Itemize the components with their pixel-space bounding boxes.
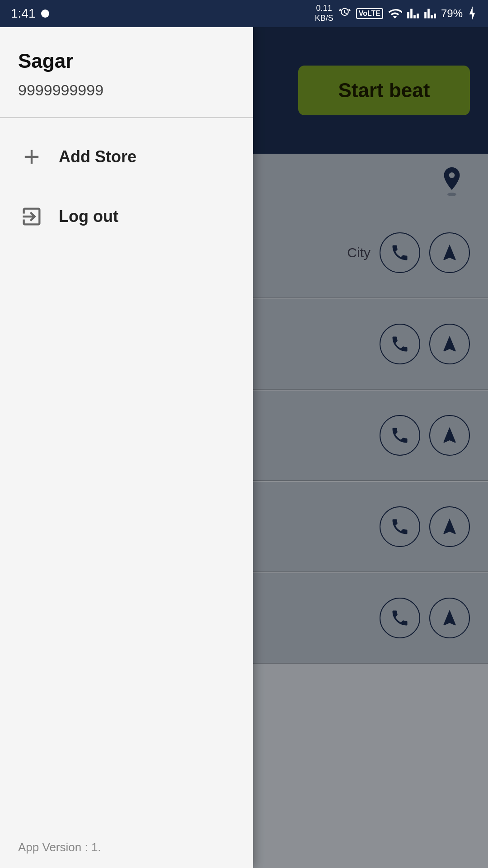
drawer-phone: 9999999999	[18, 81, 235, 104]
menu-item-logout[interactable]: Log out	[0, 187, 253, 246]
wifi-icon	[388, 6, 402, 21]
menu-item-add-store-label: Add Store	[59, 147, 136, 166]
menu-item-logout-label: Log out	[59, 207, 118, 226]
drawer-dim[interactable]	[253, 27, 488, 868]
drawer-menu: Add Store Log out	[0, 118, 253, 827]
drawer-footer: App Version : 1.	[0, 827, 253, 868]
signal-icon-2	[424, 7, 436, 20]
charging-icon	[467, 6, 477, 21]
logout-icon	[18, 203, 45, 230]
status-bar: 1:41 0.11 KB/S VoLTE 79%	[0, 0, 488, 27]
alarm-icon	[338, 7, 352, 20]
svg-marker-0	[469, 6, 475, 21]
drawer-username: Sagar	[18, 50, 235, 72]
status-indicator	[41, 9, 49, 18]
network-speed: 0.11 KB/S	[315, 4, 333, 23]
signal-icon	[407, 7, 419, 20]
volte-badge: VoLTE	[356, 8, 383, 19]
menu-item-add-store[interactable]: Add Store	[0, 127, 253, 187]
drawer-header: Sagar 9999999999	[0, 27, 253, 118]
navigation-drawer: Sagar 9999999999 Add Store	[0, 27, 253, 868]
status-icons: 0.11 KB/S VoLTE 79%	[315, 4, 477, 23]
drawer-overlay: Sagar 9999999999 Add Store	[0, 27, 488, 868]
app-version: App Version : 1.	[18, 840, 101, 854]
battery-percentage: 79%	[441, 7, 463, 20]
status-time: 1:41	[11, 6, 36, 21]
plus-icon	[18, 143, 45, 170]
status-time-section: 1:41	[11, 6, 49, 21]
